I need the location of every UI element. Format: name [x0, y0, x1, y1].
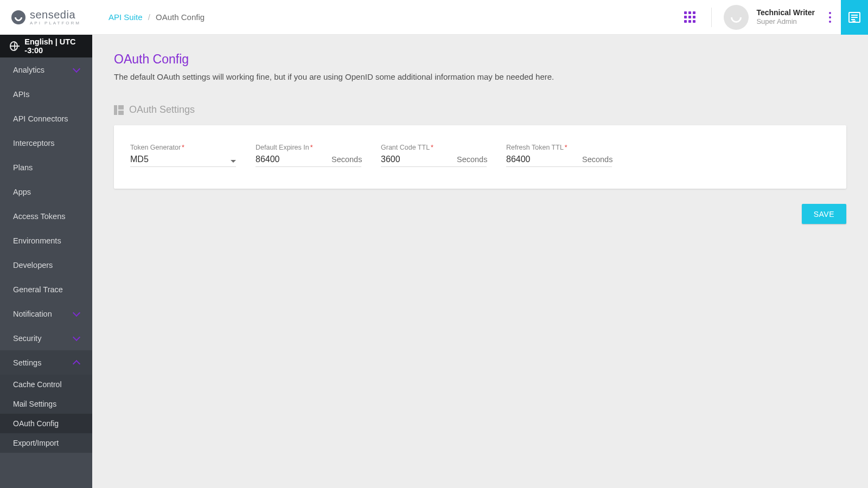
sidebar-item-plans[interactable]: Plans: [0, 155, 92, 179]
unit-suffix: Seconds: [582, 155, 612, 164]
default-expires-input[interactable]: [256, 155, 331, 164]
topbar: sensedia API PLATFORM API Suite / OAuth …: [0, 0, 868, 35]
sidebar-item-label: Settings: [13, 358, 41, 367]
brand-mark-icon: [11, 10, 25, 24]
locale-selector[interactable]: English | UTC -3:00: [0, 35, 92, 57]
sidebar-item-label: Analytics: [13, 66, 44, 74]
required-indicator: *: [431, 144, 433, 151]
main-content: OAuth Config The default OAuth settings …: [92, 35, 868, 488]
field-default-expires: Default Expires In* Seconds: [256, 144, 361, 167]
field-grant-code-ttl: Grant Code TTL* Seconds: [381, 144, 487, 167]
sidebar-item-access-tokens[interactable]: Access Tokens: [0, 204, 92, 228]
page-description: The default OAuth settings will working …: [114, 72, 846, 81]
locale-label: English | UTC -3:00: [24, 37, 82, 55]
logo[interactable]: sensedia API PLATFORM: [0, 0, 92, 35]
sidebar-item-label: API Connectors: [13, 114, 68, 123]
field-refresh-token-ttl: Refresh Token TTL* Seconds: [506, 144, 612, 167]
unit-suffix: Seconds: [331, 155, 362, 164]
sidebar-item-label: APIs: [13, 90, 30, 99]
dropdown-caret-icon: [231, 160, 236, 163]
oauth-settings-card: Token Generator* MD5 Default Expires In*…: [114, 125, 846, 189]
sidebar-item-notification[interactable]: Notification: [0, 301, 92, 326]
apps-grid-icon[interactable]: [684, 11, 696, 23]
sidebar-item-apps[interactable]: Apps: [0, 179, 92, 204]
required-indicator: *: [182, 144, 184, 151]
sidebar-item-label: Mail Settings: [13, 400, 56, 408]
sidebar-item-analytics[interactable]: Analytics: [0, 57, 92, 82]
required-indicator: *: [310, 144, 313, 151]
chat-button[interactable]: [841, 0, 868, 35]
field-label: Default Expires In: [256, 144, 309, 151]
breadcrumb: API Suite / OAuth Config: [108, 12, 205, 22]
sidebar-item-apis[interactable]: APIs: [0, 82, 92, 106]
sidebar-item-label: Interceptors: [13, 139, 55, 147]
brand-name: sensedia: [30, 9, 81, 20]
sidebar-item-label: Plans: [13, 163, 33, 172]
sidebar-item-label: Export/Import: [13, 439, 59, 447]
unit-suffix: Seconds: [457, 155, 487, 164]
sidebar-item-settings[interactable]: Settings: [0, 350, 92, 375]
sidebar-item-security[interactable]: Security: [0, 326, 92, 350]
sidebar-item-interceptors[interactable]: Interceptors: [0, 131, 92, 155]
sidebar-subitem-oauth-config[interactable]: OAuth Config: [0, 414, 92, 433]
chevron-down-icon: [73, 309, 80, 316]
sidebar-item-label: Cache Control: [13, 380, 62, 389]
breadcrumb-root[interactable]: API Suite: [108, 12, 143, 22]
chat-icon: [848, 12, 860, 23]
page-title: OAuth Config: [114, 52, 846, 67]
sidebar-item-label: Apps: [13, 188, 31, 196]
sidebar-item-label: General Trace: [13, 285, 63, 294]
grant-code-ttl-input[interactable]: [381, 155, 457, 164]
chevron-down-icon: [73, 333, 80, 341]
user-role: Super Admin: [756, 17, 815, 26]
sidebar-item-label: Notification: [13, 310, 52, 318]
divider: [711, 8, 712, 27]
required-indicator: *: [565, 144, 567, 151]
more-menu-icon[interactable]: [825, 8, 835, 27]
sidebar-subitem-cache-control[interactable]: Cache Control: [0, 375, 92, 394]
field-token-generator: Token Generator* MD5: [130, 144, 236, 167]
user-name: Technical Writer: [756, 8, 815, 18]
dashboard-icon: [114, 105, 124, 115]
field-label: Token Generator: [130, 144, 181, 151]
brand-tagline: API PLATFORM: [30, 21, 81, 25]
sidebar-item-api-connectors[interactable]: API Connectors: [0, 106, 92, 131]
chevron-down-icon: [73, 65, 80, 72]
section-header: OAuth Settings: [114, 104, 846, 115]
field-label: Grant Code TTL: [381, 144, 430, 151]
token-generator-select[interactable]: MD5: [130, 155, 236, 167]
sidebar-item-developers[interactable]: Developers: [0, 253, 92, 277]
sidebar-item-general-trace[interactable]: General Trace: [0, 277, 92, 301]
section-title: OAuth Settings: [129, 104, 195, 115]
save-button[interactable]: SAVE: [802, 204, 846, 224]
sidebar-subnav-settings: Cache Control Mail Settings OAuth Config…: [0, 375, 92, 453]
sidebar-item-environments[interactable]: Environments: [0, 228, 92, 253]
sidebar-subitem-export-import[interactable]: Export/Import: [0, 433, 92, 453]
chevron-up-icon: [73, 359, 80, 367]
sidebar-subitem-mail-settings[interactable]: Mail Settings: [0, 394, 92, 414]
refresh-token-ttl-input[interactable]: [506, 155, 582, 164]
sidebar: English | UTC -3:00 Analytics APIs API C…: [0, 35, 92, 488]
user-block[interactable]: Technical Writer Super Admin: [756, 8, 815, 27]
breadcrumb-current: OAuth Config: [156, 12, 205, 22]
sidebar-item-label: OAuth Config: [13, 419, 59, 428]
avatar[interactable]: [724, 5, 749, 30]
globe-icon: [10, 41, 18, 51]
sidebar-item-label: Environments: [13, 236, 61, 245]
select-value: MD5: [130, 155, 222, 164]
sidebar-item-label: Developers: [13, 261, 53, 269]
sidebar-item-label: Access Tokens: [13, 212, 65, 221]
field-label: Refresh Token TTL: [506, 144, 564, 151]
sidebar-item-label: Security: [13, 334, 41, 343]
